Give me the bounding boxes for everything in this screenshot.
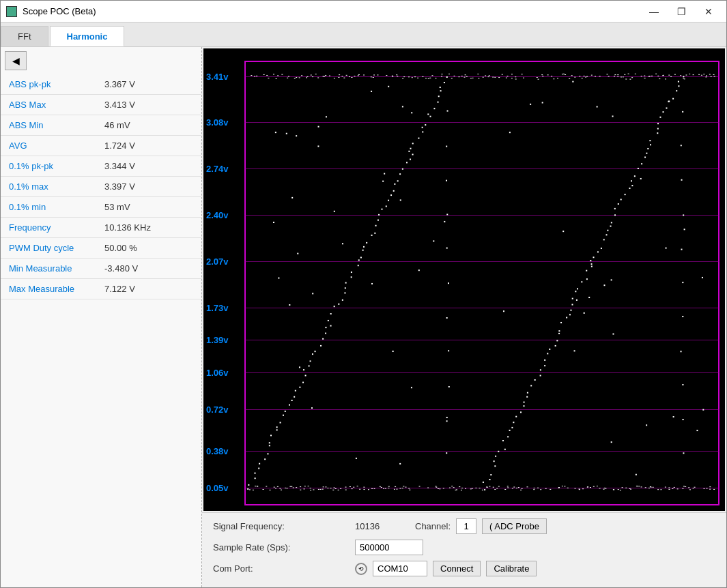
stat-value: 1.724 V	[96, 136, 201, 156]
scope-display: 3.41v3.08v2.74v2.40v2.07v1.73v1.39v1.06v…	[203, 48, 725, 511]
stat-label: Max Measurable	[1, 279, 96, 299]
signal-frequency-label: Signal Frequency:	[213, 521, 350, 531]
stat-label: ABS Max	[1, 95, 96, 115]
left-panel: ◀ ABS pk-pk3.367 VABS Max3.413 VABS Min4…	[1, 47, 202, 587]
stat-label: ABS Min	[1, 115, 96, 136]
app-icon	[6, 6, 17, 17]
stat-value: 3.367 V	[96, 74, 201, 95]
right-panel: 3.41v3.08v2.74v2.40v2.07v1.73v1.39v1.06v…	[202, 47, 726, 587]
tab-harmonic[interactable]: Harmonic	[50, 26, 125, 46]
stat-value: 3.397 V	[96, 177, 201, 197]
stat-label: ABS pk-pk	[1, 74, 96, 95]
window-controls: — ❐ ✕	[642, 3, 721, 20]
stat-value: 46 mV	[96, 115, 201, 136]
stat-value: -3.480 V	[96, 259, 201, 279]
stats-row: AVG1.724 V	[1, 136, 201, 156]
title-bar: Scope POC (Beta) — ❐ ✕	[1, 1, 726, 23]
stats-row: Max Measurable7.122 V	[1, 279, 201, 299]
stat-label: Min Measurable	[1, 259, 96, 279]
stat-value: 3.413 V	[96, 95, 201, 115]
main-window: Scope POC (Beta) — ❐ ✕ FFt Harmonic ◀ AB…	[0, 0, 727, 588]
signal-frequency-value: 10136	[355, 521, 396, 531]
stats-row: ABS Min46 mV	[1, 115, 201, 136]
sample-rate-input[interactable]	[355, 540, 423, 555]
title-bar-left: Scope POC (Beta)	[6, 6, 96, 17]
stat-value: 7.122 V	[96, 279, 201, 299]
sample-rate-row: Sample Rate (Sps):	[213, 540, 715, 555]
stat-value: 50.00 %	[96, 238, 201, 259]
back-button[interactable]: ◀	[5, 51, 27, 70]
stat-label: AVG	[1, 136, 96, 156]
stats-row: 0.1% min53 mV	[1, 197, 201, 218]
com-port-row: Com Port: ⟲ Connect Calibrate	[213, 561, 715, 576]
adc-probe-button[interactable]: ( ADC Probe	[482, 518, 547, 534]
signal-frequency-row: Signal Frequency: 10136 Channel: ( ADC P…	[213, 518, 715, 534]
stat-value: 10.136 KHz	[96, 218, 201, 238]
connect-button[interactable]: Connect	[433, 561, 481, 576]
stats-row: 0.1% pk-pk3.344 V	[1, 156, 201, 177]
window-title: Scope POC (Beta)	[23, 6, 96, 16]
main-content: ◀ ABS pk-pk3.367 VABS Max3.413 VABS Min4…	[1, 47, 726, 587]
com-port-icon: ⟲	[355, 563, 367, 575]
stat-label: 0.1% max	[1, 177, 96, 197]
com-port-input[interactable]	[373, 561, 427, 576]
stat-label: Frequency	[1, 218, 96, 238]
stats-table: ABS pk-pk3.367 VABS Max3.413 VABS Min46 …	[1, 74, 201, 299]
stat-label: 0.1% pk-pk	[1, 156, 96, 177]
scope-canvas: 3.41v3.08v2.74v2.40v2.07v1.73v1.39v1.06v…	[203, 48, 725, 511]
stats-row: Frequency10.136 KHz	[1, 218, 201, 238]
channel-label: Channel:	[415, 521, 451, 531]
stats-row: ABS Max3.413 V	[1, 95, 201, 115]
maximize-button[interactable]: ❐	[669, 3, 694, 20]
tab-fft[interactable]: FFt	[1, 26, 48, 46]
sample-rate-label: Sample Rate (Sps):	[213, 542, 350, 553]
calibrate-button[interactable]: Calibrate	[486, 561, 537, 576]
stats-row: ABS pk-pk3.367 V	[1, 74, 201, 95]
stat-label: PWM Duty cycle	[1, 238, 96, 259]
stats-row: PWM Duty cycle50.00 %	[1, 238, 201, 259]
stats-row: 0.1% max3.397 V	[1, 177, 201, 197]
tab-bar: FFt Harmonic	[1, 23, 726, 47]
waveform-canvas	[203, 48, 725, 511]
minimize-button[interactable]: —	[642, 3, 666, 20]
bottom-controls: Signal Frequency: 10136 Channel: ( ADC P…	[202, 512, 726, 587]
close-button[interactable]: ✕	[696, 3, 721, 20]
com-port-label: Com Port:	[213, 563, 350, 574]
stat-value: 53 mV	[96, 197, 201, 218]
stat-label: 0.1% min	[1, 197, 96, 218]
stat-value: 3.344 V	[96, 156, 201, 177]
channel-input[interactable]	[456, 518, 476, 534]
stats-row: Min Measurable-3.480 V	[1, 259, 201, 279]
